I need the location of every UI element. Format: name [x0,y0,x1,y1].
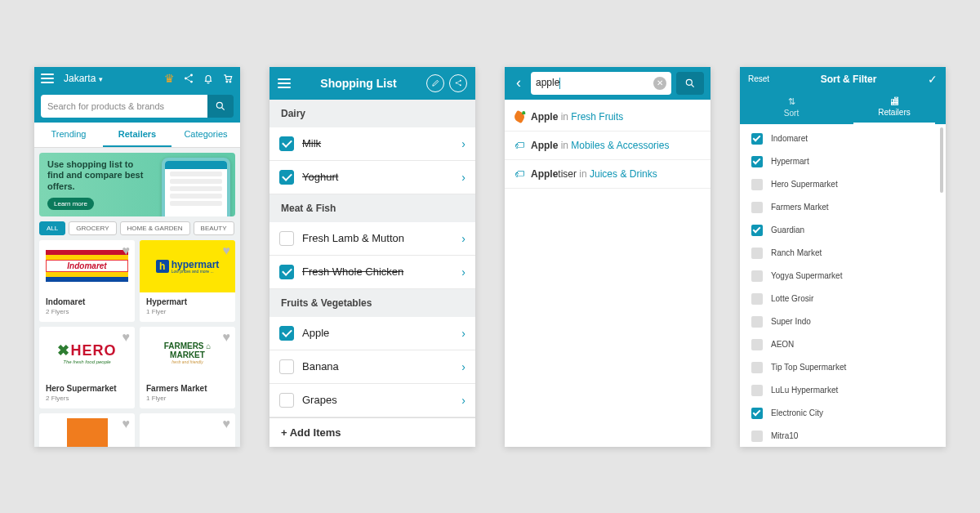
search-button[interactable] [676,72,704,95]
checkbox[interactable] [751,385,763,396]
checkbox[interactable] [751,408,763,419]
retailer-name: Lotte Grosir [771,294,813,303]
retailer-filter-row[interactable]: Ranch Market [740,242,946,265]
svg-point-7 [459,80,461,82]
retailer-filter-row[interactable]: Lotte Grosir [740,288,946,310]
checkbox[interactable] [279,170,294,185]
list-item[interactable]: Milk› [270,127,475,161]
retailer-filter-row[interactable]: Hypermart [740,150,946,173]
checkbox[interactable] [279,136,294,151]
checkbox[interactable] [751,248,763,259]
checkbox[interactable] [751,430,763,442]
retailer-card[interactable]: ♥ hhypermartLow prices and more ... Hype… [140,240,235,322]
chevron-right-icon: › [461,171,466,184]
heart-icon[interactable]: ♥ [223,417,231,431]
search-suggestion[interactable]: 🏷︎Appletiser in Juices & Drinks [505,160,710,189]
retailer-filter-row[interactable]: Mitra10 [740,425,946,447]
retailer-card[interactable]: ♥ ✖HEROThe fresh food people Hero Superm… [39,327,135,408]
heart-icon[interactable]: ♥ [223,330,231,345]
search-input[interactable]: Search for products & brands [41,95,207,118]
retailer-card[interactable]: ♥ [39,413,135,447]
retailer-card[interactable]: ♥ FARMERS ⌂ MARKETfresh and friendly Far… [140,327,235,408]
list-item[interactable]: Banana› [270,350,475,384]
tab-retailers[interactable]: 🏬︎Retailers [843,91,946,124]
retailer-filter-row[interactable]: Farmers Market [740,196,946,219]
checkbox[interactable] [751,202,763,213]
svg-point-0 [185,77,187,79]
tab-trending[interactable]: Trending [34,123,103,147]
crown-icon[interactable]: ♛ [164,73,175,84]
checkbox[interactable] [751,316,763,328]
checkbox[interactable] [751,179,763,190]
heart-icon[interactable]: ♥ [223,243,231,258]
menu-icon[interactable] [278,78,291,88]
checkbox[interactable] [751,339,763,350]
retailer-filter-row[interactable]: Tip Top Supermarket [740,356,946,379]
checkbox[interactable] [279,326,294,341]
retailer-filter-row[interactable]: Super Indo [740,310,946,333]
heart-icon[interactable]: ♥ [122,243,131,258]
search-suggestion[interactable]: Apple in Fresh Fruits [505,103,710,132]
edit-icon[interactable] [426,74,444,92]
share-icon[interactable] [449,74,467,92]
retailer-filter-row[interactable]: Yogya Supermarket [740,265,946,288]
bell-icon[interactable] [203,73,214,84]
retailer-name: Super Indo [771,317,811,326]
retailer-filter-row[interactable]: Hero Supermarket [740,173,946,196]
back-icon[interactable]: ‹ [511,74,526,91]
banner-cta[interactable]: Learn more [47,198,94,210]
checkbox[interactable] [751,133,763,145]
checkbox[interactable] [279,393,294,408]
add-items-button[interactable]: + Add Items [270,417,475,447]
sort-icon: ⇅ [740,96,843,107]
search-suggestion[interactable]: 🏷︎Apple in Mobiles & Accessories [505,132,710,160]
checkbox[interactable] [751,270,763,282]
checkbox[interactable] [279,231,294,246]
chip-all[interactable]: ALL [39,221,65,235]
category-header: Meat & Fish [270,194,475,222]
chip-grocery[interactable]: GROCERY [69,221,116,235]
checkbox[interactable] [279,265,294,279]
heart-icon[interactable]: ♥ [122,330,131,345]
retailer-name: Farmers Market [146,384,229,393]
chevron-right-icon: › [461,394,466,407]
retailer-card[interactable]: ♥ [140,413,235,447]
retailer-filter-row[interactable]: Guardian [740,219,946,242]
promo-banner[interactable]: Use shopping list to find and compare be… [39,153,235,216]
checkbox[interactable] [751,156,763,167]
checkbox[interactable] [751,225,763,236]
checkbox[interactable] [751,293,763,305]
checkbox[interactable] [279,359,294,374]
menu-icon[interactable] [41,74,54,83]
retailer-card[interactable]: ♥ Indomaret Indomaret2 Flyers [39,240,135,322]
retailer-filter-row[interactable]: LuLu Hypermarket [740,379,946,402]
scrollbar-thumb[interactable] [940,127,943,193]
tab-categories[interactable]: Categories [172,123,240,147]
list-item[interactable]: Fresh Whole Chicken› [270,256,475,289]
retailer-logo-hero: ✖HEROThe fresh food people [39,327,135,379]
share-icon[interactable] [183,73,194,84]
list-item[interactable]: Apple› [270,317,475,350]
reset-button[interactable]: Reset [748,74,769,83]
list-item[interactable]: Grapes› [270,384,475,417]
item-label: Grapes [302,394,453,406]
tab-sort[interactable]: ⇅Sort [740,91,843,124]
checkbox[interactable] [751,362,763,373]
list-item[interactable]: Fresh Lamb & Mutton› [270,222,475,256]
shopping-list-body: DairyMilk›Yoghurt›Meat & FishFresh Lamb … [270,100,475,417]
search-button[interactable] [207,95,234,118]
category-header: Fruits & Vegetables [270,289,475,317]
clear-icon[interactable]: ✕ [653,77,666,90]
search-input[interactable]: apple ✕ [531,72,671,95]
list-item[interactable]: Yoghurt› [270,161,475,194]
cart-icon[interactable] [222,73,234,84]
location-selector[interactable]: Jakarta ▾ [60,73,158,84]
chip-home-garden[interactable]: HOME & GARDEN [120,221,190,235]
retailer-filter-row[interactable]: Indomaret [740,127,946,150]
retailer-filter-row[interactable]: Electronic City [740,402,946,425]
tab-retailers[interactable]: Retailers [103,123,172,147]
apply-icon[interactable]: ✓ [928,73,938,86]
retailer-filter-row[interactable]: AEON [740,333,946,356]
heart-icon[interactable]: ♥ [122,417,131,431]
chip-beauty[interactable]: BEAUTY [194,221,234,235]
